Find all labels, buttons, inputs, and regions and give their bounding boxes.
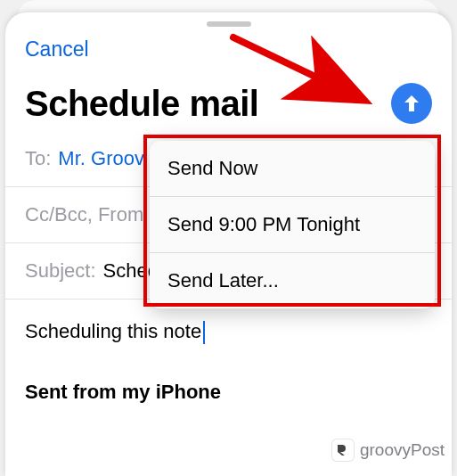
watermark: groovyPost [331,439,445,462]
sheet-grabber[interactable] [207,21,251,27]
menu-send-later[interactable]: Send Later... [150,253,435,308]
to-recipient-chip[interactable]: Mr. Groov [58,147,144,170]
menu-send-now[interactable]: Send Now [150,141,435,197]
compose-title: Schedule mail [25,84,258,124]
logo-icon [335,442,351,458]
top-bar: Cancel [5,30,452,62]
text-cursor [203,321,205,344]
menu-send-tonight[interactable]: Send 9:00 PM Tonight [150,197,435,253]
body-text: Scheduling this note [25,320,201,342]
watermark-text: groovyPost [360,440,445,460]
message-body[interactable]: Scheduling this note Sent from my iPhone [5,300,452,423]
watermark-logo [331,439,355,462]
title-row: Schedule mail [5,62,452,131]
subject-label: Subject: [25,259,96,283]
signature: Sent from my iPhone [25,374,432,410]
send-options-menu: Send Now Send 9:00 PM Tonight Send Later… [150,141,435,308]
ccbcc-label: Cc/Bcc, From [25,203,143,226]
cancel-button[interactable]: Cancel [25,37,89,62]
arrow-up-icon [401,93,422,114]
send-button[interactable] [391,83,432,124]
to-label: To: [25,147,51,170]
